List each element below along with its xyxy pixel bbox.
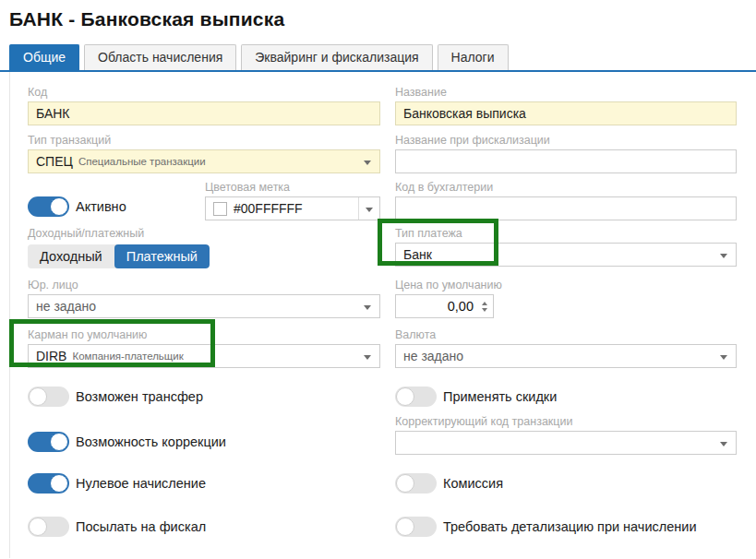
- chevron-down-icon: [720, 442, 727, 446]
- color-swatch-icon: [213, 202, 227, 216]
- kod-buh-input[interactable]: [395, 196, 737, 220]
- tip-tranzakcij-code: СПЕЦ: [36, 154, 73, 169]
- field-cvetovaya-metka: Цветовая метка #00FFFFFF: [205, 181, 380, 220]
- tab-bar: Общие Область начисления Эквайринг и фис…: [0, 44, 756, 72]
- field-kod: Код: [28, 86, 380, 125]
- valyuta-label: Валюта: [395, 328, 737, 342]
- field-nazvanie: Название: [395, 86, 737, 125]
- chevron-down-icon: [364, 305, 371, 310]
- fiskal-toggle-row: Посылать на фискал: [28, 517, 380, 537]
- dohod-platezh-segmented: Доходный Платежный: [28, 244, 210, 268]
- cvetovaya-metka-select[interactable]: #00FFFFFF: [205, 196, 380, 220]
- cena-value: 0,00: [396, 299, 478, 314]
- karman-desc: Компания-плательщик: [72, 351, 183, 362]
- tip-platezha-select[interactable]: Банк: [395, 243, 737, 267]
- aktivno-toggle[interactable]: [28, 196, 69, 217]
- tip-platezha-value: Банк: [403, 247, 432, 262]
- komissiya-toggle-row: Комиссия: [395, 473, 737, 494]
- field-korr-kod: Корректирующий код транзакции: [395, 415, 737, 455]
- korr-kod-select[interactable]: [395, 431, 737, 455]
- toggle-knob: [396, 517, 414, 536]
- nulevoe-toggle-row: Нулевое начисление: [28, 473, 380, 494]
- komissiya-label: Комиссия: [443, 476, 503, 491]
- chevron-down-icon: [366, 208, 373, 212]
- toggle-knob: [396, 387, 414, 406]
- vozmozhnost-korrekcii-toggle[interactable]: [28, 432, 69, 452]
- valyuta-value: не задано: [403, 349, 463, 363]
- nazvanie-input[interactable]: [395, 101, 737, 125]
- chevron-down-icon: [364, 355, 371, 360]
- cena-label: Цена по умолчанию: [395, 279, 737, 292]
- page-title: БАНК - Банковская выписка: [9, 8, 756, 30]
- option-platezhnyj[interactable]: Платежный: [114, 244, 210, 268]
- field-nazvanie-fisk: Название при фискализации: [395, 134, 737, 173]
- skidki-toggle-row: Применять скидки: [395, 387, 737, 407]
- tab-oblast-nachisleniya[interactable]: Область начисления: [84, 44, 236, 70]
- detalizaciya-toggle-row: Требовать детализацию при начислении: [395, 517, 737, 537]
- chevron-down-icon: [720, 355, 727, 360]
- option-dohodnyj[interactable]: Доходный: [28, 244, 114, 268]
- kod-label: Код: [28, 86, 380, 100]
- aktivno-label: Активно: [76, 199, 126, 214]
- cena-spinner[interactable]: 0,00: [395, 294, 494, 318]
- karman-code: DIRB: [36, 349, 66, 363]
- toggle-knob: [396, 474, 414, 493]
- vozmozhen-transfer-label: Возможен трансфер: [76, 389, 203, 404]
- cvetovaya-metka-value: #00FFFFFF: [234, 201, 303, 216]
- primenyat-skidki-label: Применять скидки: [443, 389, 557, 404]
- tab-content-general: Код Название Тип транзакций СПЕЦ Специал…: [9, 72, 756, 558]
- nulevoe-nachislenie-toggle[interactable]: [28, 473, 69, 494]
- field-cena: Цена по умолчанию 0,00: [395, 279, 737, 318]
- valyuta-select[interactable]: не задано: [395, 344, 737, 368]
- transfer-toggle-row: Возможен трансфер: [28, 387, 380, 407]
- primenyat-skidki-toggle[interactable]: [395, 387, 437, 407]
- chevron-down-icon: [364, 161, 371, 165]
- toggle-knob: [29, 517, 47, 536]
- tab-ekvajring-i-fiskalizaciya[interactable]: Эквайринг и фискализация: [241, 44, 432, 70]
- spinner-up-icon[interactable]: [482, 302, 487, 305]
- chevron-down-icon: [720, 254, 727, 258]
- komissiya-toggle[interactable]: [395, 473, 437, 494]
- toggle-knob: [50, 474, 68, 493]
- trebovat-detalizaciyu-toggle[interactable]: [395, 517, 437, 537]
- field-karman: Карман по умолчанию DIRB Компания-плател…: [28, 328, 380, 368]
- cvetovaya-metka-label: Цветовая метка: [205, 181, 380, 195]
- korrekciya-toggle-wrap: Возможность коррекции: [28, 415, 380, 455]
- toggle-knob: [50, 433, 68, 451]
- vozmozhnost-korrekcii-label: Возможность коррекции: [76, 434, 226, 449]
- posylat-na-fiskal-toggle[interactable]: [28, 517, 69, 537]
- tip-tranzakcij-label: Тип транзакций: [28, 134, 380, 148]
- tip-tranzakcij-select[interactable]: СПЕЦ Специальные транзакции: [28, 149, 380, 173]
- nazvanie-fisk-label: Название при фискализации: [395, 134, 737, 148]
- nazvanie-fisk-input[interactable]: [395, 149, 737, 173]
- kod-input[interactable]: [28, 101, 380, 125]
- tip-platezha-label: Тип платежа: [395, 227, 737, 241]
- karman-label: Карман по умолчанию: [28, 328, 380, 342]
- tip-tranzakcij-desc: Специальные транзакции: [78, 156, 206, 167]
- yur-lico-label: Юр. лицо: [28, 279, 380, 292]
- kod-buh-label: Код в бухгалтерии: [395, 181, 737, 195]
- vozmozhen-transfer-toggle[interactable]: [28, 387, 69, 407]
- korr-kod-label: Корректирующий код транзакции: [395, 415, 737, 429]
- row-aktivno-metka: Активно Цветовая метка #00FFFFFF: [28, 181, 380, 220]
- field-tip-platezha: Тип платежа Банк: [395, 227, 737, 268]
- karman-select[interactable]: DIRB Компания-плательщик: [28, 344, 380, 368]
- spinner-down-icon[interactable]: [482, 308, 487, 312]
- nazvanie-label: Название: [395, 86, 737, 100]
- yur-lico-select[interactable]: не задано: [28, 294, 380, 318]
- trebovat-detalizaciyu-label: Требовать детализацию при начислении: [443, 519, 697, 534]
- field-tip-tranzakcij: Тип транзакций СПЕЦ Специальные транзакц…: [28, 134, 380, 173]
- field-yur-lico: Юр. лицо не задано: [28, 279, 380, 318]
- field-kod-buh: Код в бухгалтерии: [395, 181, 737, 220]
- yur-lico-value: не задано: [36, 299, 96, 314]
- tab-obshchie[interactable]: Общие: [9, 44, 79, 70]
- field-valyuta: Валюта не задано: [395, 328, 737, 368]
- nulevoe-nachislenie-label: Нулевое начисление: [76, 476, 206, 491]
- korrekciya-toggle-row: Возможность коррекции: [28, 432, 226, 452]
- posylat-na-fiskal-label: Посылать на фискал: [76, 519, 206, 534]
- tab-nalogi[interactable]: Налоги: [438, 44, 509, 70]
- field-dohod-platezh: Доходный/платежный Доходный Платежный: [28, 227, 380, 268]
- dohod-platezh-label: Доходный/платежный: [28, 227, 380, 241]
- toggle-knob: [50, 197, 68, 216]
- aktivno-toggle-row: Активно: [28, 196, 126, 217]
